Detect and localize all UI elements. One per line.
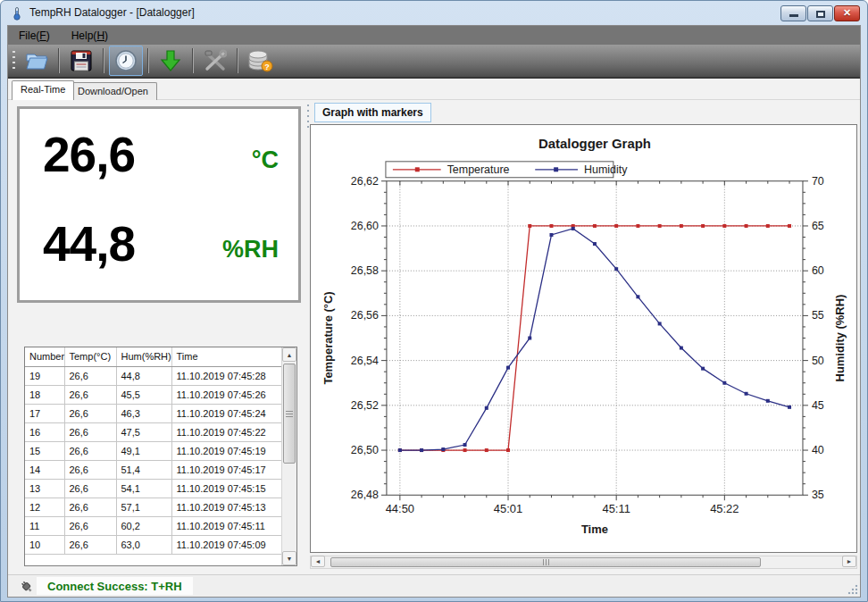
table-row[interactable]: 1526,649,111.10.2019 07:45:19	[25, 441, 282, 460]
open-folder-icon	[24, 49, 49, 72]
table-cell: 11.10.2019 07:45:09	[171, 535, 282, 554]
table-row[interactable]: 1926,644,811.10.2019 07:45:28	[25, 366, 282, 385]
minimize-icon	[789, 14, 798, 17]
table-row[interactable]: 1226,657,111.10.2019 07:45:13	[25, 497, 282, 516]
scroll-thumb[interactable]	[283, 364, 296, 464]
toolbar-separator	[58, 48, 60, 73]
save-floppy-icon	[70, 49, 93, 72]
statusbar: Connect Success: T+RH	[8, 574, 860, 597]
tab-real-time[interactable]: Real-Time	[12, 80, 74, 100]
svg-text:26,62: 26,62	[351, 175, 379, 188]
database-help-button[interactable]: ?	[243, 46, 277, 76]
open-button[interactable]	[20, 46, 54, 76]
graph-with-markers-button[interactable]: Graph with markers	[314, 103, 431, 122]
scroll-thumb[interactable]	[330, 557, 761, 567]
humidity-value: 44,8	[43, 220, 135, 269]
table-cell: 47,5	[116, 422, 171, 441]
column-header[interactable]: Hum(%RH)	[116, 347, 171, 366]
table-cell: 11.10.2019 07:45:26	[171, 385, 282, 404]
table-cell: 26,6	[64, 460, 116, 479]
x-axis: 44:5045:0145:1145:22	[386, 181, 789, 515]
menu-help[interactable]: Help(H)	[61, 26, 119, 45]
humidity-unit: %RH	[222, 236, 279, 263]
svg-text:44:50: 44:50	[386, 502, 414, 515]
table-row[interactable]: 1826,645,511.10.2019 07:45:26	[25, 385, 282, 404]
column-header[interactable]: Temp(°C)	[64, 347, 116, 366]
client-area: Real-Time Download/Open 26,6 °C 44,8 %RH…	[8, 79, 860, 574]
left-axis: 26,4826,5026,5226,5426,5626,5826,6026,62	[351, 175, 387, 502]
table-cell: 51,4	[116, 460, 171, 479]
scroll-down-icon[interactable]: ▼	[282, 551, 296, 565]
table-cell: 63,0	[116, 535, 171, 554]
resize-grip-icon[interactable]	[847, 584, 858, 595]
table-cell: 60,2	[116, 516, 171, 535]
svg-text:Temperature: Temperature	[447, 163, 510, 176]
plug-icon	[20, 580, 34, 594]
status-message: Connect Success: T+RH	[37, 577, 193, 595]
realtime-button[interactable]	[109, 46, 143, 76]
table-cell: 44,8	[116, 366, 171, 385]
table-cell: 11.10.2019 07:45:15	[171, 479, 282, 497]
maximize-button[interactable]	[807, 5, 833, 21]
download-button[interactable]	[154, 46, 188, 76]
svg-text:?: ?	[264, 63, 270, 71]
right-axis-label: Humidity (%RH)	[833, 295, 847, 382]
table-row[interactable]: 1326,654,111.10.2019 07:45:15	[25, 479, 282, 497]
table-cell: 11.10.2019 07:45:22	[171, 422, 282, 441]
table-cell: 18	[25, 385, 64, 404]
table-cell: 16	[25, 422, 64, 441]
svg-text:45:11: 45:11	[602, 502, 630, 515]
svg-text:26,48: 26,48	[351, 489, 379, 501]
thumb-grip-icon	[286, 411, 293, 417]
table-cell: 11.10.2019 07:45:13	[171, 497, 282, 516]
tab-download-open[interactable]: Download/Open	[69, 82, 157, 100]
table-cell: 15	[25, 441, 64, 460]
svg-text:50: 50	[812, 355, 824, 367]
tools-icon	[204, 49, 227, 72]
table-cell: 45,5	[116, 385, 171, 404]
table-cell: 11.10.2019 07:45:19	[171, 441, 282, 460]
svg-text:26,60: 26,60	[351, 220, 379, 232]
svg-text:26,50: 26,50	[351, 444, 379, 456]
log-table: NumberTemp(°C)Hum(%RH)Time1926,644,811.1…	[24, 347, 297, 566]
svg-text:26,52: 26,52	[351, 399, 379, 412]
table-row[interactable]: 1426,651,411.10.2019 07:45:17	[25, 460, 282, 479]
svg-text:35: 35	[812, 489, 824, 501]
scroll-up-icon[interactable]: ▲	[282, 347, 296, 362]
minimize-button[interactable]	[780, 5, 806, 21]
readout-panel: 26,6 °C 44,8 %RH	[17, 106, 301, 303]
database-help-icon: ?	[246, 49, 273, 72]
table-cell: 11	[25, 516, 64, 535]
table-cell: 54,1	[116, 479, 171, 497]
chart-scrollbar[interactable]: ◄ ►	[310, 556, 857, 569]
scroll-left-icon[interactable]: ◄	[311, 556, 325, 567]
save-button[interactable]	[64, 46, 98, 76]
table-cell: 14	[25, 460, 64, 479]
table-row[interactable]: 1626,647,511.10.2019 07:45:22	[25, 422, 282, 441]
window-title: TempRH Datalogger - [Datalogger]	[29, 6, 195, 19]
thermometer-icon	[10, 6, 24, 21]
svg-text:40: 40	[812, 444, 824, 456]
toolbar-grip[interactable]	[11, 49, 18, 72]
svg-text:26,56: 26,56	[351, 309, 379, 322]
humidity-series	[398, 227, 791, 452]
menu-file[interactable]: File(F)	[8, 26, 61, 45]
settings-button[interactable]	[198, 46, 232, 76]
table-row[interactable]: 1126,660,211.10.2019 07:45:11	[25, 516, 282, 535]
table-row[interactable]: 1726,646,311.10.2019 07:45:24	[25, 404, 282, 422]
scroll-right-icon[interactable]: ►	[842, 556, 856, 567]
svg-text:45:22: 45:22	[710, 502, 739, 515]
table-cell: 46,3	[116, 404, 171, 422]
toolbar: ?	[8, 45, 860, 79]
table-cell: 26,6	[64, 422, 116, 441]
column-header[interactable]: Number	[25, 347, 64, 366]
x-axis-label: Time	[581, 523, 608, 536]
table-scrollbar[interactable]: ▲ ▼	[281, 347, 296, 565]
column-header[interactable]: Time	[171, 347, 282, 366]
close-button[interactable]: ✕	[834, 5, 860, 21]
left-axis-label: Temperature (°C)	[321, 291, 335, 384]
titlebar: TempRH Datalogger - [Datalogger] ✕	[1, 1, 867, 25]
svg-text:65: 65	[812, 220, 824, 232]
table-row[interactable]: 1026,663,011.10.2019 07:45:09	[25, 535, 282, 554]
table-cell: 11.10.2019 07:45:24	[171, 404, 282, 422]
